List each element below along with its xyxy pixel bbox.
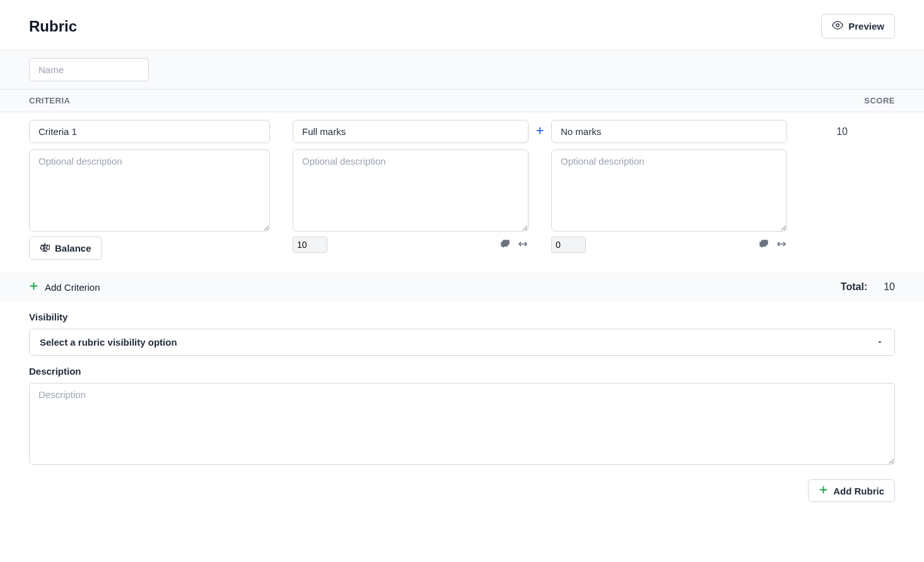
total-group: Total: 10 (841, 281, 895, 293)
footer-row: Add Rubric (0, 467, 924, 527)
level-points-input[interactable] (551, 237, 586, 253)
level-column-1 (293, 120, 529, 253)
add-criterion-label: Add Criterion (45, 282, 100, 293)
balance-icon (40, 242, 50, 254)
reorder-icon[interactable] (776, 239, 787, 251)
level-title-input[interactable] (551, 120, 787, 143)
eye-icon (832, 20, 843, 33)
description-label: Description (29, 366, 895, 377)
plus-icon (819, 485, 828, 496)
level-description-input[interactable] (293, 149, 529, 231)
preview-button[interactable]: Preview (821, 14, 895, 38)
criteria-name-input[interactable] (29, 120, 270, 143)
name-row (0, 50, 924, 90)
balance-button-label: Balance (55, 243, 91, 254)
balance-button[interactable]: Balance (29, 237, 102, 260)
level-points-input[interactable] (293, 237, 327, 253)
criteria-column: Balance (29, 120, 270, 260)
add-criterion-button[interactable]: Add Criterion (29, 281, 100, 293)
columns-header: CRITERIA SCORE (0, 90, 924, 112)
description-section: Description (0, 356, 924, 467)
preview-button-label: Preview (848, 21, 884, 32)
criteria-row: Balance (0, 112, 924, 272)
criteria-description-input[interactable] (29, 149, 270, 231)
description-input[interactable] (29, 383, 895, 465)
comments-icon[interactable] (500, 239, 511, 251)
criteria-score: 10 (793, 120, 850, 138)
level-title-input[interactable] (293, 120, 529, 143)
add-level-between-button[interactable] (535, 126, 545, 138)
visibility-label: Visibility (29, 312, 895, 322)
total-value: 10 (884, 281, 895, 293)
header: Rubric Preview (0, 0, 924, 50)
criteria-column-label: CRITERIA (29, 96, 838, 105)
add-rubric-button[interactable]: Add Rubric (808, 479, 895, 502)
total-label: Total: (841, 281, 867, 293)
visibility-section: Visibility Select a rubric visibility op… (0, 301, 924, 356)
svg-point-0 (836, 24, 839, 27)
level-column-2 (551, 120, 787, 253)
score-column-label: SCORE (838, 96, 895, 105)
plus-icon (29, 281, 38, 293)
add-total-row: Add Criterion Total: 10 (0, 272, 924, 301)
rubric-name-input[interactable] (29, 58, 149, 81)
add-rubric-label: Add Rubric (833, 486, 884, 496)
comments-icon[interactable] (758, 239, 769, 251)
reorder-icon[interactable] (517, 239, 529, 251)
page-title: Rubric (29, 18, 77, 35)
level-description-input[interactable] (551, 149, 787, 231)
visibility-select[interactable]: Select a rubric visibility option (29, 329, 895, 356)
